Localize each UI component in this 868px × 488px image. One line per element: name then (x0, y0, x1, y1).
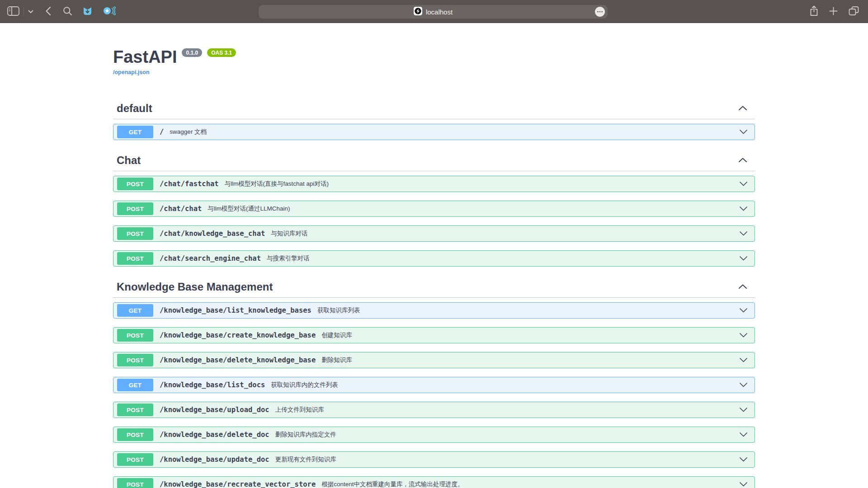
method-badge: POST (117, 428, 153, 441)
chevron-down-icon[interactable] (739, 382, 748, 388)
back-button[interactable] (45, 6, 51, 17)
method-badge: POST (117, 252, 153, 265)
chevron-down-icon[interactable] (739, 181, 748, 187)
api-sections: default GET / swagger 文档 Chat (113, 102, 755, 488)
rings-star-extension-icon (103, 6, 116, 17)
page-content: FastAPI 0.1.0 OAS 3.1 /openapi.json defa… (0, 23, 868, 488)
chevron-down-icon[interactable] (739, 333, 748, 338)
operation-description: 与知识库对话 (271, 230, 307, 238)
operation-row[interactable]: POST /knowledge_base/delete_doc 删除知识库内指定… (113, 427, 755, 443)
method-badge: POST (117, 404, 153, 416)
address-bar[interactable]: localhost (259, 5, 608, 19)
method-badge: POST (117, 329, 153, 342)
search-button[interactable] (63, 6, 72, 17)
page-settings-button[interactable] (595, 7, 605, 17)
operation-row[interactable]: POST /knowledge_base/upload_doc 上传文件到知识库 (113, 402, 755, 418)
chevron-down-icon[interactable] (739, 357, 748, 363)
operation-row[interactable]: POST /knowledge_base/update_doc 更新现有文件到知… (113, 451, 755, 468)
collapse-section-button[interactable] (732, 105, 754, 112)
operation-path: /knowledge_base/update_doc (160, 455, 269, 464)
operation-row[interactable]: POST /knowledge_base/recreate_vector_sto… (113, 476, 755, 488)
operation-row[interactable]: GET /knowledge_base/list_knowledge_bases… (113, 302, 755, 319)
operation-description: 根据content中文档重建向量库，流式输出处理进度。 (321, 480, 463, 488)
chevron-down-icon[interactable] (739, 432, 748, 437)
collapse-section-button[interactable] (732, 284, 754, 291)
collapse-section-button[interactable] (732, 157, 754, 164)
operation-row[interactable]: POST /chat/knowledge_base_chat 与知识库对话 (113, 225, 755, 242)
chevron-down-icon[interactable] (739, 206, 748, 211)
operation-description: swagger 文档 (170, 128, 207, 136)
method-badge: POST (117, 227, 153, 240)
toolbar-divider (24, 7, 24, 16)
api-info: FastAPI 0.1.0 OAS 3.1 /openapi.json (113, 23, 755, 76)
operation-path: /chat/fastchat (160, 180, 219, 188)
section-header[interactable]: Chat (113, 154, 755, 171)
operation-description: 与llm模型对话(通过LLMChain) (208, 205, 290, 213)
operation-path: /knowledge_base/delete_knowledge_base (160, 356, 316, 364)
method-badge: POST (117, 478, 153, 488)
chevron-down-icon[interactable] (739, 231, 748, 236)
section-title: Chat (117, 154, 141, 167)
operation-description: 获取知识库列表 (317, 306, 360, 314)
api-section: Chat POST /chat/fastchat 与llm模型对话(直接与fas… (113, 154, 755, 267)
section-header[interactable]: Knowledge Base Management (113, 280, 755, 298)
operation-description: 更新现有文件到知识库 (275, 455, 336, 464)
sidebar-menu-chevron-button[interactable] (28, 8, 33, 15)
tab-overview-icon (849, 6, 859, 17)
section-title: Knowledge Base Management (117, 280, 273, 294)
chevron-up-icon (738, 157, 747, 164)
operation-path: /knowledge_base/list_knowledge_bases (160, 306, 311, 314)
rings-extension-button[interactable] (103, 6, 116, 17)
version-badge: 0.1.0 (182, 48, 202, 57)
method-badge: GET (117, 126, 153, 138)
section-header[interactable]: default (113, 102, 755, 119)
method-badge: POST (117, 178, 153, 190)
share-icon (810, 5, 818, 18)
url-text: localhost (426, 8, 453, 16)
operation-path: /chat/chat (160, 205, 202, 213)
operation-row[interactable]: POST /chat/fastchat 与llm模型对话(直接与fastchat… (113, 176, 755, 192)
operation-path: /knowledge_base/create_knowledge_base (160, 331, 316, 339)
operation-path: /knowledge_base/list_docs (160, 381, 265, 389)
plus-icon (829, 7, 838, 17)
section-title: default (117, 102, 152, 115)
operation-row[interactable]: POST /chat/search_engine_chat 与搜索引擎对话 (113, 250, 755, 267)
search-icon (63, 6, 72, 17)
chevron-down-icon[interactable] (739, 256, 748, 261)
operation-description: 创建知识库 (321, 331, 352, 339)
chevron-down-icon[interactable] (739, 407, 748, 413)
tab-overview-button[interactable] (849, 6, 859, 17)
chevron-down-icon (28, 8, 33, 15)
method-badge: GET (117, 304, 153, 317)
operation-row[interactable]: POST /chat/chat 与llm模型对话(通过LLMChain) (113, 201, 755, 217)
back-icon (45, 6, 51, 17)
method-badge: POST (117, 354, 153, 366)
sidebar-toggle-button[interactable] (7, 6, 19, 17)
share-button[interactable] (810, 5, 818, 18)
chevron-down-icon[interactable] (739, 129, 748, 135)
new-tab-button[interactable] (829, 7, 838, 17)
chevron-up-icon (738, 105, 747, 112)
api-section: Knowledge Base Management GET /knowledge… (113, 280, 755, 488)
operation-row[interactable]: GET /knowledge_base/list_docs 获取知识库内的文件列… (113, 377, 755, 393)
bookmark-extension-icon (82, 6, 93, 18)
sidebar-toggle-icon (7, 6, 19, 17)
fastapi-favicon (414, 7, 422, 17)
method-badge: POST (117, 453, 153, 466)
api-section: default GET / swagger 文档 (113, 102, 755, 140)
chevron-down-icon[interactable] (739, 482, 748, 487)
chevron-down-icon[interactable] (739, 308, 748, 313)
method-badge: POST (117, 202, 153, 215)
operation-row[interactable]: POST /knowledge_base/create_knowledge_ba… (113, 327, 755, 343)
operation-path: /knowledge_base/recreate_vector_store (160, 480, 316, 488)
operation-path: /chat/search_engine_chat (160, 254, 261, 263)
openapi-spec-link[interactable]: /openapi.json (113, 69, 150, 75)
chevron-down-icon[interactable] (739, 457, 748, 462)
operation-description: 上传文件到知识库 (275, 406, 324, 414)
bookmark-extension-button[interactable] (82, 6, 93, 18)
operation-path: /chat/knowledge_base_chat (160, 230, 265, 238)
operation-row[interactable]: GET / swagger 文档 (113, 124, 755, 140)
operation-path: / (160, 128, 164, 136)
operation-row[interactable]: POST /knowledge_base/delete_knowledge_ba… (113, 352, 755, 368)
browser-toolbar: localhost (0, 0, 868, 23)
